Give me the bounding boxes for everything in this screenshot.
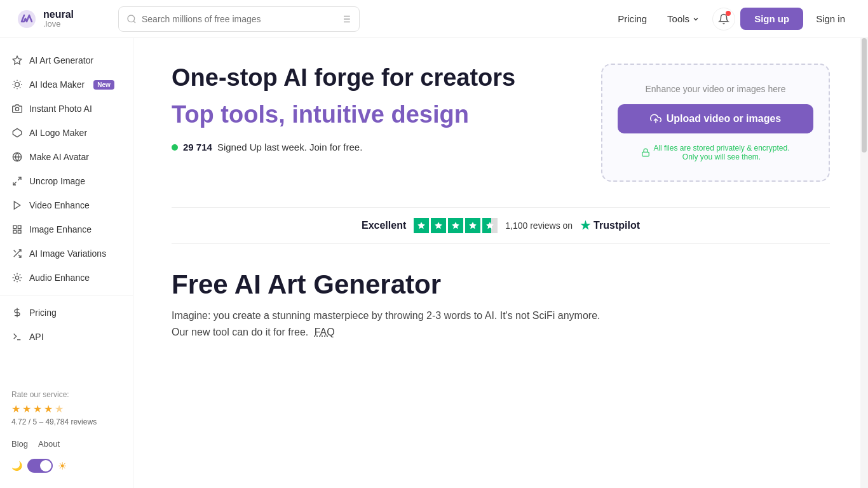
sidebar-links: Blog About (0, 434, 133, 454)
logo[interactable]: neural .love (15, 8, 98, 30)
svg-rect-23 (13, 226, 17, 229)
lock-icon (641, 148, 650, 157)
sidebar-item-label: AI Idea Maker (29, 79, 85, 90)
theme-toggle-button[interactable] (27, 459, 53, 473)
star-4: ★ (44, 403, 53, 415)
sparkle-icon (11, 55, 23, 66)
play-icon (11, 200, 23, 211)
main-content: One-stop AI forge for creators Top tools… (133, 38, 868, 488)
green-dot (172, 144, 178, 151)
sidebar-bottom: Rate our service: ★ ★ ★ ★ ★ 4.72 / 5 – 4… (0, 383, 133, 434)
faq-link[interactable]: FAQ (315, 327, 335, 337)
svg-rect-26 (13, 230, 17, 233)
hero-section: One-stop AI forge for creators Top tools… (172, 64, 830, 182)
dollar-icon (11, 307, 23, 318)
signup-button[interactable]: Sign up (740, 8, 803, 30)
filter-icon[interactable] (340, 13, 351, 25)
signups-count: 29 714 Signed Up last week. Join for fre… (172, 142, 576, 152)
sidebar-item-ai-image-variations[interactable]: AI Image Variations (0, 241, 133, 266)
arrow-expand-icon (11, 175, 23, 187)
svg-line-21 (13, 182, 17, 185)
blog-link[interactable]: Blog (11, 439, 28, 449)
sidebar-item-instant-photo-ai[interactable]: Instant Photo AI (0, 97, 133, 121)
upload-card: Enhance your video or images here Upload… (601, 64, 830, 182)
scrollbar[interactable] (860, 38, 868, 488)
art-generator-section: Free AI Art Generator Imagine: you creat… (172, 269, 830, 340)
hero-subtitle: Top tools, intuitive design (172, 100, 576, 130)
trustpilot-stars (414, 218, 498, 233)
svg-line-29 (14, 250, 16, 252)
upload-icon (650, 113, 661, 125)
hero-title: One-stop AI forge for creators (172, 64, 576, 93)
section-desc: Imagine: you create a stunning masterpie… (172, 308, 830, 340)
sidebar-item-ai-idea-maker[interactable]: AI Idea Maker New (0, 72, 133, 97)
svg-line-15 (20, 81, 20, 82)
about-link[interactable]: About (38, 439, 60, 449)
svg-point-16 (15, 107, 18, 111)
trustpilot-star-icon: ★ (580, 219, 590, 233)
section-title: Free AI Art Generator (172, 269, 830, 300)
terminal-icon (11, 331, 23, 342)
trustpilot-excellent: Excellent (362, 220, 406, 231)
hero-text: One-stop AI forge for creators Top tools… (172, 64, 576, 152)
sidebar-item-video-enhance[interactable]: Video Enhance (0, 193, 133, 217)
moon-icon: 🌙 (11, 461, 22, 471)
bulb-icon (11, 79, 23, 90)
sidebar-item-label: AI Art Generator (29, 55, 93, 65)
search-bar (118, 6, 360, 32)
notifications-button[interactable] (712, 8, 735, 30)
sidebar-item-label: API (29, 332, 44, 342)
sidebar-item-audio-enhance[interactable]: Audio Enhance (0, 266, 133, 290)
signin-link[interactable]: Sign in (808, 8, 853, 29)
svg-rect-25 (18, 230, 21, 233)
rating-text: 4.72 / 5 – 49,784 reviews (11, 417, 121, 426)
svg-marker-17 (13, 128, 21, 137)
sidebar-item-pricing[interactable]: Pricing (0, 301, 133, 325)
search-input[interactable] (142, 14, 340, 24)
sidebar: AI Art Generator AI Idea Maker New Insta… (0, 38, 133, 488)
chevron-down-icon (692, 15, 700, 23)
sidebar-item-uncrop-image[interactable]: Uncrop Image (0, 169, 133, 193)
upload-button[interactable]: Upload video or images (618, 104, 813, 133)
star-3: ★ (33, 403, 42, 415)
tp-star-3 (448, 218, 463, 233)
sidebar-item-label: AI Image Variations (29, 248, 106, 259)
svg-point-30 (15, 276, 18, 279)
grid-icon (11, 224, 23, 235)
theme-toggle: 🌙 ☀ (0, 454, 133, 478)
notification-dot (726, 11, 731, 16)
svg-point-0 (128, 15, 135, 22)
trustpilot-bar: Excellent 1,100 reviews on ★ Trustpilot (172, 207, 830, 244)
nav-tools-dropdown[interactable]: Tools (660, 8, 707, 29)
toggle-thumb (40, 460, 51, 471)
svg-line-14 (14, 87, 15, 88)
star-5: ★ (55, 403, 64, 415)
nav-pricing-link[interactable]: Pricing (610, 8, 654, 29)
sidebar-item-make-ai-avatar[interactable]: Make AI Avatar (0, 145, 133, 169)
sun-icon: ☀ (58, 460, 67, 472)
sidebar-item-label: AI Logo Maker (29, 128, 87, 138)
svg-line-11 (20, 87, 20, 88)
audio-icon (11, 272, 23, 283)
sidebar-item-image-enhance[interactable]: Image Enhance (0, 217, 133, 241)
camera-icon (11, 103, 23, 114)
rating-stars: ★ ★ ★ ★ ★ (11, 403, 121, 415)
tp-star-5-half (482, 218, 498, 233)
sidebar-item-label: Instant Photo AI (29, 104, 92, 114)
svg-line-20 (18, 177, 21, 180)
search-icon (126, 14, 137, 24)
upload-hint: Enhance your video or images here (645, 84, 785, 94)
sidebar-item-label: Uncrop Image (29, 176, 85, 186)
scrollbar-thumb[interactable] (862, 38, 867, 152)
sidebar-item-label: Image Enhance (29, 224, 92, 234)
sidebar-item-ai-art-generator[interactable]: AI Art Generator (0, 48, 133, 72)
privacy-note: All files are stored privately & encrypt… (641, 144, 789, 161)
tp-star-4 (465, 218, 480, 233)
sidebar-item-label: Pricing (29, 308, 57, 318)
svg-rect-34 (642, 152, 649, 156)
svg-marker-22 (14, 201, 20, 209)
sidebar-item-api[interactable]: API (0, 325, 133, 349)
diamond-icon (11, 127, 23, 139)
star-1: ★ (11, 403, 20, 415)
sidebar-item-ai-logo-maker[interactable]: AI Logo Maker (0, 121, 133, 145)
